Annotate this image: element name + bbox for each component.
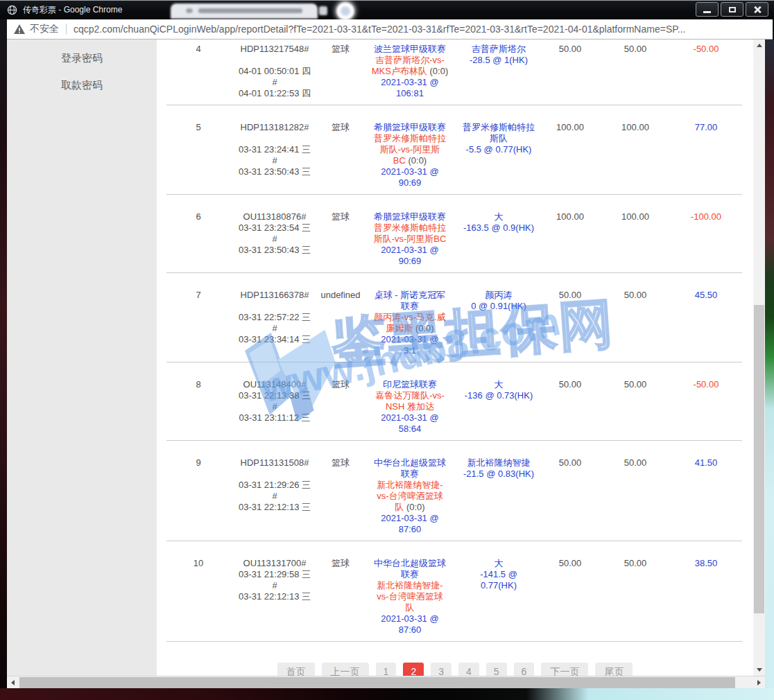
amount-cell: 100.00 (540, 211, 601, 267)
valid-amount-cell: 50.00 (601, 44, 670, 99)
valid-amount-cell: 50.00 (601, 290, 670, 356)
sidebar-item-1[interactable]: 登录密码 (7, 49, 157, 76)
valid-amount-cell: 50.00 (601, 558, 670, 636)
globe-icon (7, 5, 17, 15)
url-divider (66, 24, 67, 35)
horizontal-scrollbar[interactable] (7, 676, 765, 688)
match-cell: 希腊篮球甲级联赛普罗米修斯帕特拉斯队-vs-阿里斯BC2021-03-31 @9… (362, 211, 458, 267)
window-titlebar: 传奇彩票 - Google Chrome (0, 0, 774, 19)
window-controls (696, 2, 768, 17)
bet-detail-cell: 新北裕隆纳智捷-21.5 @ 0.83(HK) (458, 457, 540, 535)
row-number-cell: 7 (166, 290, 230, 356)
table-row: 5HDP113181282# 03-31 23:24:41 三#03-31 23… (166, 105, 742, 195)
scroll-left-icon[interactable] (7, 676, 19, 689)
bet-detail-cell: 颜丙涛0 @ 0.91(HK) (458, 290, 540, 356)
maximize-icon (729, 7, 736, 12)
page-button[interactable]: 4 (458, 663, 479, 676)
match-cell: 希腊篮球甲级联赛普罗米修斯帕特拉斯队-vs-阿里斯BC (0:0)2021-03… (362, 122, 458, 189)
page-button-current[interactable]: 2 (403, 663, 424, 676)
page-button[interactable]: 上一页 (322, 663, 369, 676)
match-cell: 桌球 - 斯诺克冠军联赛颜丙涛-vs-马克.威廉姆斯 (0:0)2021-03-… (362, 290, 458, 356)
result-cell: 77.00 (670, 122, 742, 189)
vertical-scrollbar[interactable] (753, 40, 765, 676)
match-cell: 中华台北超级篮球联赛新北裕隆纳智捷-vs-台湾啤酒篮球队 (0:0)2021-0… (362, 457, 458, 535)
match-cell: 波兰篮球甲级联赛吉普萨斯塔尔-vs-MKS卢布林队 (0:0)2021-03-3… (362, 44, 458, 99)
tab-title-blur (198, 8, 302, 13)
result-cell: -100.00 (670, 211, 742, 267)
table-row: 8OU113148400#03-31 22:13:38 三#03-31 23:1… (166, 362, 742, 441)
sport-cell: 篮球 (319, 44, 362, 99)
match-cell: 印尼篮球联赛嘉鲁达万隆队-vs-NSH 雅加达2021-03-31 @58:64 (362, 379, 458, 435)
amount-cell: 50.00 (540, 457, 601, 535)
window-title: 传奇彩票 - Google Chrome (23, 4, 122, 16)
bet-id-cell: HDP113181282# 03-31 23:24:41 三#03-31 23:… (230, 122, 319, 189)
sport-cell: 篮球 (319, 122, 362, 189)
bet-id-cell: OU113131700#03-31 21:29:58 三#03-31 22:12… (230, 558, 319, 636)
address-bar[interactable]: 不安全 cqcp2.com/chuanQiCPLoginWeb/app/repo… (1, 19, 773, 40)
valid-amount-cell: 100.00 (601, 122, 670, 189)
sport-cell: 篮球 (319, 558, 362, 636)
amount-cell: 100.00 (540, 122, 601, 189)
page-button[interactable]: 5 (486, 663, 507, 676)
bet-id-cell: OU113148400#03-31 22:13:38 三#03-31 23:11… (230, 379, 319, 435)
bet-detail-cell: 大-141.5 @0.77(HK) (458, 558, 540, 636)
scroll-down-icon[interactable] (753, 664, 765, 676)
valid-amount-cell: 100.00 (601, 211, 670, 267)
maximize-button[interactable] (721, 2, 743, 17)
page-button[interactable]: 下一页 (541, 663, 588, 676)
table-row: 9HDP113131508# 03-31 21:29:26 三#03-31 22… (166, 441, 742, 541)
bet-detail-cell: 普罗米修斯帕特拉斯队-5.5 @ 0.77(HK) (458, 122, 540, 189)
sport-cell: undefined (319, 290, 362, 356)
close-button[interactable] (746, 2, 768, 17)
scroll-up-icon[interactable] (753, 40, 765, 51)
match-cell: 中华台北超级篮球联赛新北裕隆纳智捷-vs-台湾啤酒篮球队2021-03-31 @… (362, 558, 458, 636)
page-button[interactable]: 尾页 (595, 663, 633, 676)
minimize-button[interactable] (696, 2, 719, 17)
result-cell: 41.50 (670, 457, 742, 535)
bet-detail-cell: 大-163.5 @ 0.9(HK) (458, 211, 540, 267)
amount-cell: 50.00 (540, 290, 601, 356)
security-label: 不安全 (30, 23, 59, 35)
bet-id-cell: OU113180876#03-31 23:23:54 三#03-31 23:50… (230, 211, 319, 267)
bet-id-cell: HDP113166378# 03-31 22:57:22 三#03-31 23:… (230, 290, 319, 356)
sport-cell: 篮球 (319, 379, 362, 435)
row-number-cell: 5 (166, 122, 230, 189)
browser-window: 传奇彩票 - Google Chrome 不安全 cqcp2.com/chuan… (0, 0, 774, 700)
sidebar: 登录密码取款密码 (7, 40, 157, 676)
page-button[interactable]: 1 (376, 663, 397, 676)
tab-close-icon[interactable] (319, 6, 327, 15)
sidebar-item-2[interactable]: 取款密码 (7, 76, 157, 103)
result-cell: -50.00 (670, 44, 742, 99)
row-number-cell: 10 (166, 558, 230, 636)
pagination: 首页上一页123456下一页尾页 (157, 663, 753, 676)
tab-favicon-blur (186, 8, 193, 13)
result-cell: -50.00 (670, 379, 742, 435)
row-number-cell: 6 (166, 211, 230, 267)
bet-detail-cell: 吉普萨斯塔尔-28.5 @ 1(HK) (458, 44, 540, 99)
result-cell: 45.50 (670, 290, 742, 356)
amount-cell: 50.00 (540, 558, 601, 636)
window-border-bottom (0, 688, 774, 700)
valid-amount-cell: 50.00 (601, 457, 670, 535)
page-button[interactable]: 首页 (277, 663, 315, 676)
sport-cell: 篮球 (319, 211, 362, 267)
window-border-left (0, 19, 7, 700)
warning-icon (14, 24, 25, 34)
url-text: cqcp2.com/chuanQiCPLoginWeb/app/reportDe… (74, 24, 685, 35)
table-row: 6OU113180876#03-31 23:23:54 三#03-31 23:5… (166, 195, 742, 273)
page-button[interactable]: 6 (514, 663, 535, 676)
new-tab-button-blur[interactable] (336, 2, 354, 20)
page-viewport: 登录密码取款密码 4HDP113217548# 04-01 00:50:01 四… (7, 40, 753, 676)
close-icon (753, 6, 762, 14)
minimize-icon (703, 11, 711, 13)
page-button[interactable]: 3 (431, 663, 452, 676)
vertical-scrollbar-thumb[interactable] (754, 305, 764, 613)
content-area: 4HDP113217548# 04-01 00:50:01 四#04-01 01… (157, 40, 753, 676)
bet-detail-cell: 大-136 @ 0.73(HK) (458, 379, 540, 435)
bet-id-cell: HDP113217548# 04-01 00:50:01 四#04-01 01:… (230, 44, 319, 99)
window-border-right (765, 40, 774, 700)
horizontal-scrollbar-thumb[interactable] (19, 677, 735, 688)
background-tab-blur[interactable] (171, 3, 318, 19)
row-number-cell: 4 (166, 44, 230, 99)
scroll-right-icon[interactable] (753, 676, 765, 689)
